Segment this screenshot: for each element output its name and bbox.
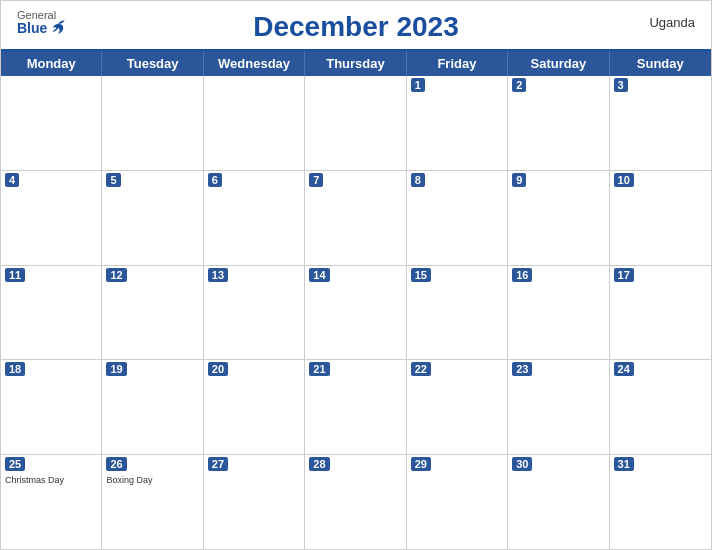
- header-monday: Monday: [1, 51, 102, 76]
- day-cell-4-5: 22: [407, 360, 508, 454]
- day-number: [309, 78, 317, 80]
- day-number: 12: [106, 268, 126, 282]
- day-cell-5-1: 25Christmas Day: [1, 455, 102, 549]
- header-tuesday: Tuesday: [102, 51, 203, 76]
- calendar-title: December 2023: [253, 11, 458, 43]
- header-thursday: Thursday: [305, 51, 406, 76]
- day-cell-4-4: 21: [305, 360, 406, 454]
- day-number: 19: [106, 362, 126, 376]
- day-cell-3-6: 16: [508, 266, 609, 360]
- day-cell-2-1: 4: [1, 171, 102, 265]
- day-number: 10: [614, 173, 634, 187]
- day-cell-4-2: 19: [102, 360, 203, 454]
- day-cell-4-6: 23: [508, 360, 609, 454]
- day-number: 24: [614, 362, 634, 376]
- day-cell-3-5: 15: [407, 266, 508, 360]
- day-cell-5-3: 27: [204, 455, 305, 549]
- day-cell-2-5: 8: [407, 171, 508, 265]
- day-number: 18: [5, 362, 25, 376]
- day-cell-1-7: 3: [610, 76, 711, 170]
- week-row-3: 11121314151617: [1, 266, 711, 361]
- day-number: 23: [512, 362, 532, 376]
- day-number: 16: [512, 268, 532, 282]
- day-cell-1-3: [204, 76, 305, 170]
- week-row-2: 45678910: [1, 171, 711, 266]
- day-cell-5-6: 30: [508, 455, 609, 549]
- day-number: [106, 78, 114, 80]
- header-sunday: Sunday: [610, 51, 711, 76]
- day-cell-2-2: 5: [102, 171, 203, 265]
- day-headers: Monday Tuesday Wednesday Thursday Friday…: [1, 51, 711, 76]
- week-row-1: 123: [1, 76, 711, 171]
- day-cell-1-6: 2: [508, 76, 609, 170]
- day-number: 6: [208, 173, 222, 187]
- day-number: 29: [411, 457, 431, 471]
- day-number: 8: [411, 173, 425, 187]
- day-number: 14: [309, 268, 329, 282]
- day-number: 27: [208, 457, 228, 471]
- day-cell-5-7: 31: [610, 455, 711, 549]
- day-cell-2-4: 7: [305, 171, 406, 265]
- day-cell-1-5: 1: [407, 76, 508, 170]
- day-cell-5-4: 28: [305, 455, 406, 549]
- day-number: [208, 78, 216, 80]
- day-number: 15: [411, 268, 431, 282]
- day-cell-2-7: 10: [610, 171, 711, 265]
- day-cell-3-7: 17: [610, 266, 711, 360]
- day-cell-4-3: 20: [204, 360, 305, 454]
- day-number: 9: [512, 173, 526, 187]
- day-cell-4-7: 24: [610, 360, 711, 454]
- calendar-grid: Monday Tuesday Wednesday Thursday Friday…: [1, 49, 711, 549]
- logo-blue: Blue: [17, 21, 47, 36]
- logo-text: General Blue: [17, 9, 67, 36]
- calendar: General Blue December 2023 Uganda Monday…: [0, 0, 712, 550]
- holiday-name: Boxing Day: [106, 475, 198, 486]
- header-saturday: Saturday: [508, 51, 609, 76]
- day-number: 1: [411, 78, 425, 92]
- day-cell-5-5: 29: [407, 455, 508, 549]
- day-number: 5: [106, 173, 120, 187]
- day-cell-5-2: 26Boxing Day: [102, 455, 203, 549]
- calendar-header: General Blue December 2023 Uganda: [1, 1, 711, 49]
- weeks-container: 1234567891011121314151617181920212223242…: [1, 76, 711, 549]
- header-friday: Friday: [407, 51, 508, 76]
- day-number: 22: [411, 362, 431, 376]
- day-cell-2-3: 6: [204, 171, 305, 265]
- day-number: 13: [208, 268, 228, 282]
- day-number: 28: [309, 457, 329, 471]
- logo: General Blue: [17, 9, 67, 36]
- day-number: 3: [614, 78, 628, 92]
- day-number: 7: [309, 173, 323, 187]
- day-number: [5, 78, 13, 80]
- bird-icon: [49, 18, 67, 36]
- day-cell-4-1: 18: [1, 360, 102, 454]
- header-wednesday: Wednesday: [204, 51, 305, 76]
- day-number: 30: [512, 457, 532, 471]
- day-cell-1-1: [1, 76, 102, 170]
- day-number: 21: [309, 362, 329, 376]
- country-label: Uganda: [649, 15, 695, 30]
- day-cell-3-4: 14: [305, 266, 406, 360]
- day-cell-1-4: [305, 76, 406, 170]
- week-row-4: 18192021222324: [1, 360, 711, 455]
- day-cell-1-2: [102, 76, 203, 170]
- day-number: 2: [512, 78, 526, 92]
- day-number: 26: [106, 457, 126, 471]
- day-number: 31: [614, 457, 634, 471]
- day-cell-3-3: 13: [204, 266, 305, 360]
- day-number: 17: [614, 268, 634, 282]
- holiday-name: Christmas Day: [5, 475, 97, 486]
- day-cell-2-6: 9: [508, 171, 609, 265]
- day-cell-3-1: 11: [1, 266, 102, 360]
- day-number: 4: [5, 173, 19, 187]
- day-number: 20: [208, 362, 228, 376]
- week-row-5: 25Christmas Day26Boxing Day2728293031: [1, 455, 711, 549]
- day-cell-3-2: 12: [102, 266, 203, 360]
- day-number: 25: [5, 457, 25, 471]
- day-number: 11: [5, 268, 25, 282]
